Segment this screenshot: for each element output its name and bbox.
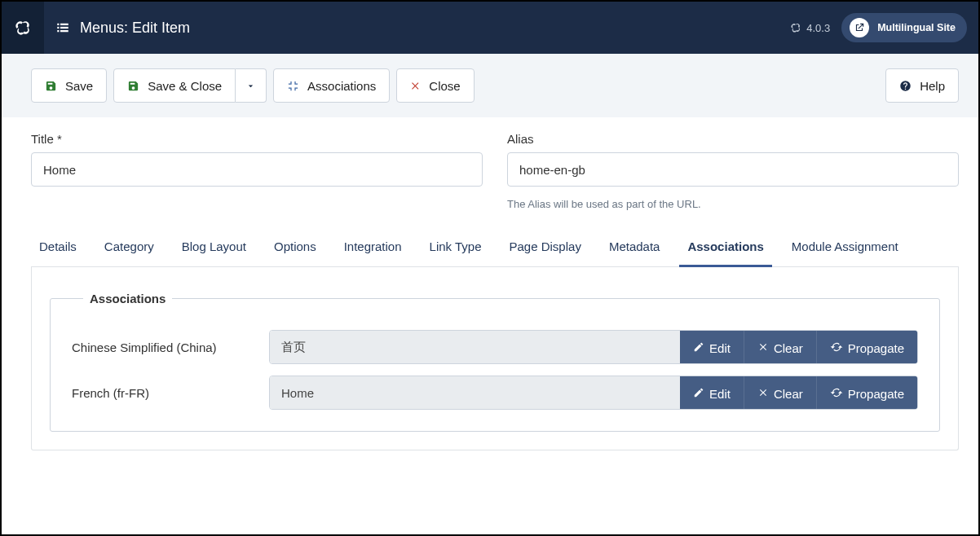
site-pill-label: Multilingual Site (877, 22, 956, 33)
assoc-lang-label: French (fr-FR) (72, 386, 249, 400)
svg-rect-1 (60, 24, 68, 25)
tab-associations[interactable]: Associations (679, 230, 771, 267)
assoc-field: Home Edit Clear Propagate (269, 376, 918, 410)
alias-input[interactable] (507, 152, 959, 187)
contract-icon (287, 80, 299, 92)
association-row: Chinese Simplified (China) 首页 Edit Clear (72, 330, 918, 364)
assoc-value: Home (270, 376, 680, 409)
site-pill[interactable]: Multilingual Site (841, 13, 967, 42)
joomla-logo-icon[interactable] (2, 2, 44, 54)
svg-rect-0 (57, 24, 59, 25)
edit-icon (693, 341, 704, 355)
assoc-field: 首页 Edit Clear Propagate (269, 330, 918, 364)
close-icon (757, 341, 769, 355)
association-row: French (fr-FR) Home Edit Clear (72, 376, 918, 410)
tab-integration[interactable]: Integration (336, 230, 410, 267)
content: Title * Alias The Alias will be used as … (2, 117, 978, 465)
tab-details[interactable]: Details (31, 230, 85, 267)
close-button[interactable]: Close (396, 68, 474, 103)
assoc-edit-button[interactable]: Edit (680, 376, 744, 410)
external-link-icon (850, 18, 869, 37)
assoc-propagate-button[interactable]: Propagate (816, 331, 917, 364)
help-button[interactable]: Help (885, 68, 959, 103)
assoc-propagate-button[interactable]: Propagate (816, 376, 917, 410)
refresh-icon (830, 386, 843, 402)
associations-legend: Associations (83, 292, 172, 305)
save-icon (127, 80, 139, 92)
tab-category[interactable]: Category (96, 230, 162, 267)
associations-button[interactable]: Associations (273, 68, 390, 103)
tabs: Details Category Blog Layout Options Int… (31, 230, 959, 267)
associations-fieldset: Associations Chinese Simplified (China) … (50, 292, 940, 432)
page-title: Menus: Edit Item (80, 20, 190, 37)
assoc-clear-button[interactable]: Clear (744, 331, 816, 364)
save-close-group: Save & Close (113, 68, 267, 103)
svg-rect-2 (57, 27, 59, 29)
refresh-icon (830, 340, 843, 356)
svg-rect-5 (60, 30, 68, 32)
page-title-wrapper: Menus: Edit Item (44, 20, 190, 37)
close-icon (410, 81, 421, 91)
assoc-lang-label: Chinese Simplified (China) (72, 340, 249, 354)
topbar: Menus: Edit Item 4.0.3 Multilingual Site (2, 2, 978, 54)
close-icon (757, 387, 769, 401)
list-icon (55, 20, 70, 35)
alias-help: The Alias will be used as part of the UR… (507, 198, 959, 210)
help-icon (899, 80, 912, 92)
tab-blog-layout[interactable]: Blog Layout (174, 230, 254, 267)
title-label: Title * (31, 132, 483, 146)
version-text: 4.0.3 (806, 22, 830, 34)
svg-rect-3 (60, 27, 68, 29)
svg-rect-4 (57, 30, 59, 32)
tab-panel: Associations Chinese Simplified (China) … (31, 267, 959, 450)
assoc-clear-button[interactable]: Clear (744, 376, 816, 410)
tab-page-display[interactable]: Page Display (501, 230, 589, 267)
version-indicator[interactable]: 4.0.3 (790, 22, 830, 34)
assoc-edit-button[interactable]: Edit (680, 331, 744, 364)
save-close-dropdown[interactable] (236, 68, 267, 103)
save-button[interactable]: Save (31, 68, 107, 103)
tab-metadata[interactable]: Metadata (601, 230, 669, 267)
tab-link-type[interactable]: Link Type (422, 230, 490, 267)
title-input[interactable] (31, 152, 483, 187)
tab-options[interactable]: Options (266, 230, 324, 267)
chevron-down-icon (245, 81, 256, 91)
tab-module-assignment[interactable]: Module Assignment (784, 230, 907, 267)
edit-icon (693, 387, 704, 401)
assoc-value: 首页 (270, 331, 680, 363)
save-icon (45, 80, 57, 92)
form-row: Title * Alias The Alias will be used as … (31, 132, 959, 210)
toolbar: Save Save & Close Associations Close (2, 54, 978, 117)
save-close-button[interactable]: Save & Close (113, 68, 236, 103)
alias-label: Alias (507, 132, 959, 146)
